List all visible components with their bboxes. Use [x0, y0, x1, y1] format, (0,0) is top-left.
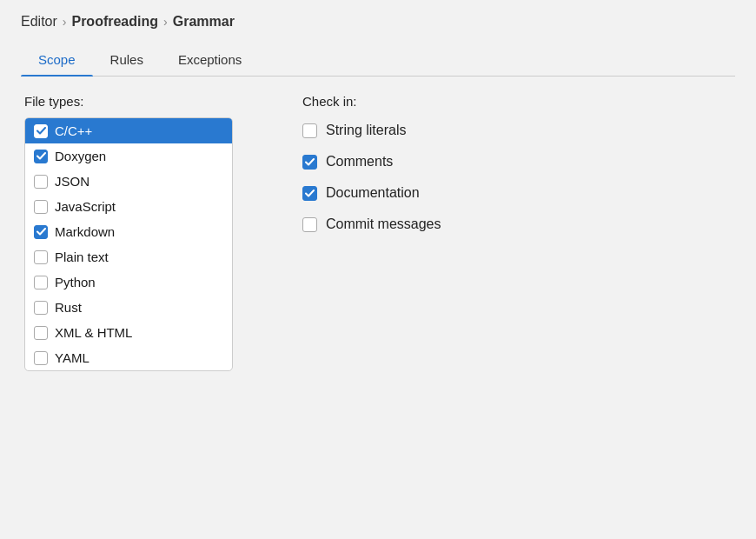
file-item-doxygen-label: Doxygen	[55, 149, 106, 163]
checkbox-xmlhtml[interactable]	[34, 326, 48, 340]
file-item-cpp-label: C/C++	[55, 123, 92, 138]
breadcrumb-editor: Editor	[21, 14, 57, 30]
file-item-rust[interactable]: Rust	[25, 295, 232, 320]
file-item-rust-label: Rust	[55, 300, 82, 315]
checkbox-plaintext[interactable]	[34, 250, 48, 264]
file-types-list: C/C++ Doxygen JSON	[24, 117, 233, 371]
file-item-markdown-label: Markdown	[55, 224, 115, 239]
checkbox-doxygen[interactable]	[34, 150, 48, 163]
file-item-markdown[interactable]: Markdown	[25, 219, 232, 244]
breadcrumb: Editor › Proofreading › Grammar	[21, 14, 735, 30]
file-types-label: File types:	[24, 94, 250, 109]
file-item-javascript[interactable]: JavaScript	[25, 194, 232, 219]
file-item-json-label: JSON	[55, 174, 90, 189]
checkbox-documentation[interactable]	[302, 186, 317, 201]
file-types-section: File types: C/C++	[24, 94, 250, 371]
file-item-cpp[interactable]: C/C++	[25, 118, 232, 143]
checkbox-javascript[interactable]	[34, 200, 48, 214]
check-item-string-literals-label: String literals	[326, 123, 406, 138]
check-item-commit-messages[interactable]: Commit messages	[302, 216, 528, 232]
file-item-javascript-label: JavaScript	[55, 199, 116, 214]
breadcrumb-grammar: Grammar	[173, 14, 235, 30]
check-item-commit-messages-label: Commit messages	[326, 216, 441, 232]
settings-page: Editor › Proofreading › Grammar Scope Ru…	[0, 0, 756, 539]
check-item-comments-label: Comments	[326, 154, 393, 170]
tab-exceptions[interactable]: Exceptions	[161, 45, 259, 76]
file-item-xmlhtml[interactable]: XML & HTML	[25, 320, 232, 345]
check-in-label: Check in:	[302, 94, 528, 109]
file-item-plaintext-label: Plain text	[55, 250, 109, 264]
checkbox-commit-messages[interactable]	[302, 217, 317, 232]
checkbox-rust[interactable]	[34, 301, 48, 315]
check-item-comments[interactable]: Comments	[302, 154, 528, 170]
breadcrumb-proofreading: Proofreading	[71, 14, 158, 30]
file-item-json[interactable]: JSON	[25, 169, 232, 194]
file-item-yaml-label: YAML	[55, 350, 90, 365]
checkbox-json[interactable]	[34, 175, 48, 189]
tabs-bar: Scope Rules Exceptions	[21, 45, 735, 77]
check-item-string-literals[interactable]: String literals	[302, 123, 528, 138]
breadcrumb-sep2: ›	[163, 15, 168, 29]
file-item-doxygen[interactable]: Doxygen	[25, 143, 232, 169]
check-in-section: Check in: String literals Comments	[302, 94, 528, 371]
tab-rules[interactable]: Rules	[93, 45, 161, 76]
checkbox-markdown[interactable]	[34, 225, 48, 239]
tab-scope[interactable]: Scope	[21, 45, 93, 76]
file-item-plaintext[interactable]: Plain text	[25, 244, 232, 270]
checkbox-comments[interactable]	[302, 155, 317, 170]
file-item-python[interactable]: Python	[25, 270, 232, 295]
checkbox-yaml[interactable]	[34, 351, 48, 365]
tab-content: File types: C/C++	[21, 94, 735, 371]
file-item-xmlhtml-label: XML & HTML	[55, 325, 132, 340]
check-item-documentation-label: Documentation	[326, 185, 420, 201]
file-item-python-label: Python	[55, 275, 96, 289]
checkbox-cpp[interactable]	[34, 124, 48, 138]
file-item-yaml[interactable]: YAML	[25, 345, 232, 370]
breadcrumb-sep1: ›	[63, 15, 67, 29]
checkbox-string-literals[interactable]	[302, 123, 317, 138]
check-item-documentation[interactable]: Documentation	[302, 185, 528, 201]
checkbox-python[interactable]	[34, 276, 48, 289]
